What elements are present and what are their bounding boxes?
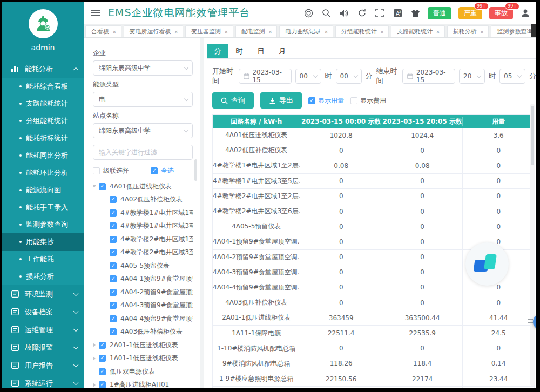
energy-type-select[interactable]: 电 [93, 92, 193, 107]
tree-node[interactable]: 4A05-5预留仪表 [93, 259, 193, 273]
table-scrollbar[interactable] [530, 104, 535, 386]
sidebar-group[interactable]: 系统运行 [2, 374, 84, 388]
table-row[interactable]: 12#门卫消防控制电源箱 7.68 7.68 0 [213, 387, 534, 388]
close-icon[interactable]: × [112, 29, 117, 35]
user-icon[interactable] [520, 8, 531, 18]
period-tab[interactable]: 时 [228, 44, 250, 58]
tree-node[interactable]: 4A02低压补偿柜仪表 [93, 193, 193, 207]
close-icon[interactable]: × [174, 29, 179, 35]
close-icon[interactable]: × [224, 29, 228, 35]
table-row[interactable]: 1-10#楼消防风机配电总箱 0 0 0 [213, 341, 534, 356]
sidebar-item[interactable]: 能源流向图 [2, 181, 84, 199]
close-icon[interactable]: × [480, 29, 484, 35]
tree-node[interactable]: 4A03低压补偿柜仪表 [93, 326, 193, 339]
sidebar-item[interactable]: 能耗综合看板 [2, 78, 84, 95]
tree-checkbox[interactable] [99, 342, 106, 349]
hamburger-menu-icon[interactable] [91, 8, 100, 18]
sidebar-item[interactable]: 监测参数查询 [2, 216, 84, 233]
tree-node[interactable]: 4A04-1预留9#食堂屋顶空调机组仪表 [93, 273, 193, 286]
tree-node[interactable]: 2A01-1低压进线柜仪表 [93, 339, 193, 352]
sidebar-group[interactable]: 环境监测 [2, 285, 84, 303]
alarm-badge-normal[interactable]: 普通 [428, 7, 451, 19]
sidebar-item[interactable]: 支路能耗统计 [2, 95, 84, 112]
tree-checkbox[interactable] [110, 209, 117, 217]
table-row[interactable]: 4A05-5预留仪表 0 0 0 [213, 219, 534, 234]
end-date-input[interactable]: 2023-03-15 [402, 69, 455, 84]
start-minute-select[interactable]: 00 [336, 69, 362, 84]
export-button[interactable]: 导出 [260, 92, 302, 109]
tree-checkbox[interactable] [110, 275, 117, 282]
page-tab[interactable]: 合看板 × [85, 25, 122, 37]
table-row[interactable]: 9#楼消防风机配电总箱 118.26 118.4 0.14 [213, 356, 534, 371]
tree-node[interactable]: 4A04-3预留9#食堂屋顶空调机组仪表 [93, 299, 193, 313]
close-icon[interactable]: × [324, 29, 328, 35]
table-scrollbar-thumb[interactable] [531, 106, 534, 165]
page-tab[interactable]: 损耗分析 × [447, 25, 489, 37]
tree-node[interactable]: 1A01-1低压进线柜仪表 [93, 352, 193, 366]
period-tab[interactable]: 日 [250, 44, 272, 58]
page-tab[interactable]: 变压器监测 × [185, 25, 233, 37]
tree-node[interactable]: 低压双电源仪表 [93, 365, 193, 379]
caret-icon[interactable] [93, 383, 96, 387]
tree-checkbox[interactable] [110, 249, 117, 256]
avatar[interactable] [29, 9, 58, 38]
sidebar-item[interactable]: 能耗折标统计 [2, 130, 84, 147]
cascade-checkbox[interactable] [93, 167, 100, 174]
show-cost-checkbox[interactable] [350, 97, 357, 104]
sidebar-group[interactable]: 运维管理 [2, 321, 84, 339]
tree-checkbox[interactable] [110, 302, 117, 309]
page-tab[interactable]: 配电监测 × [235, 25, 278, 37]
tree-checkbox[interactable] [110, 222, 117, 229]
caret-icon[interactable] [93, 185, 97, 188]
fullscreen-icon[interactable] [374, 8, 385, 18]
enterprise-select[interactable]: 绵阳东辰高级中学 [93, 60, 193, 76]
start-hour-select[interactable]: 00 [295, 69, 321, 84]
close-icon[interactable]: × [436, 29, 440, 35]
sidebar-item[interactable]: 用能集抄 [2, 233, 84, 251]
tree-checkbox[interactable] [110, 262, 117, 269]
table-row[interactable]: 2A01-1低压进线柜仪表 363459 363500.44 41.44 [213, 310, 534, 326]
sidebar-item[interactable]: 能耗同比分析 [2, 147, 84, 164]
close-icon[interactable]: × [268, 29, 273, 35]
table-row[interactable]: 4#教学楼2#电井区域3至6层... 0 0 0 [213, 204, 534, 219]
start-date-input[interactable]: 2023-03-15 [239, 69, 292, 84]
tree-node[interactable]: 1#高压进线柜AH01 [93, 379, 193, 389]
tree-node[interactable]: 4A04-4预留9#食堂屋顶空调机组仪表 [93, 312, 193, 326]
sidebar-item[interactable]: 工作能耗 [2, 251, 84, 268]
page-tab[interactable]: 支路能耗统计 × [391, 25, 445, 37]
table-row[interactable]: 4#教学楼1#电井区域3至5层... 0 0 0 [213, 174, 534, 189]
tree-scrollbar-thumb[interactable] [194, 159, 197, 181]
tree-node[interactable]: 4#教学楼2#电井区域3至6层动力仪表 [93, 246, 193, 260]
sidebar-item[interactable]: 能耗手工录入 [2, 199, 84, 216]
show-usage-checkbox[interactable] [308, 97, 315, 104]
period-tab[interactable]: 分 [207, 44, 228, 58]
table-row[interactable]: 4A02低压补偿柜仪表 0 0 0 [213, 143, 534, 158]
caret-icon[interactable] [93, 356, 96, 361]
sidebar-group[interactable]: 故障报警 [2, 339, 84, 356]
tree-node[interactable]: 4#教学楼1#电井区域3至5层动力仪表 [93, 220, 193, 233]
tree-filter-input[interactable] [93, 145, 193, 160]
sidebar-item[interactable]: 分组能耗统计 [2, 112, 84, 130]
table-row[interactable]: 4#教学楼1#电井区域1至2层... 0.08 0.08 0 [213, 158, 534, 173]
target-icon[interactable] [303, 8, 314, 18]
tree-checkbox[interactable] [110, 196, 117, 203]
page-tab[interactable]: 变电所运行看板 × [124, 25, 184, 37]
search-icon[interactable] [321, 8, 332, 18]
sidebar-item[interactable]: 损耗分析 [2, 268, 84, 285]
alarm-badge-severe[interactable]: 严重 99+ [458, 7, 482, 19]
page-tab[interactable]: 监测参数查询 × [491, 25, 536, 37]
station-select[interactable]: 绵阳东辰高级中学 [93, 123, 193, 138]
tree-checkbox[interactable] [99, 368, 106, 375]
tree-checkbox[interactable] [110, 236, 117, 243]
tree-checkbox[interactable] [110, 315, 117, 322]
tree-node[interactable]: 4A01低压进线柜仪表 [93, 180, 193, 193]
sidebar-group-energy-analysis[interactable]: 能耗分析 [2, 60, 84, 78]
tree-node[interactable]: 4#教学楼2#电井区域1至2层动力仪表 [93, 233, 193, 246]
table-row[interactable]: 1A11-1保障电源 22511.4 22535.9 24.5 [213, 326, 534, 341]
tree-checkbox[interactable] [99, 183, 106, 190]
sidebar-group[interactable]: 用户报告 [2, 356, 84, 374]
end-hour-select[interactable]: 20 [459, 69, 485, 84]
table-row[interactable]: 4A01低压进线柜仪表 1020.8 1024.4 3.6 [213, 128, 534, 143]
sidebar-item[interactable]: 能耗环比分析 [2, 164, 84, 181]
tree-checkbox[interactable] [99, 355, 106, 362]
